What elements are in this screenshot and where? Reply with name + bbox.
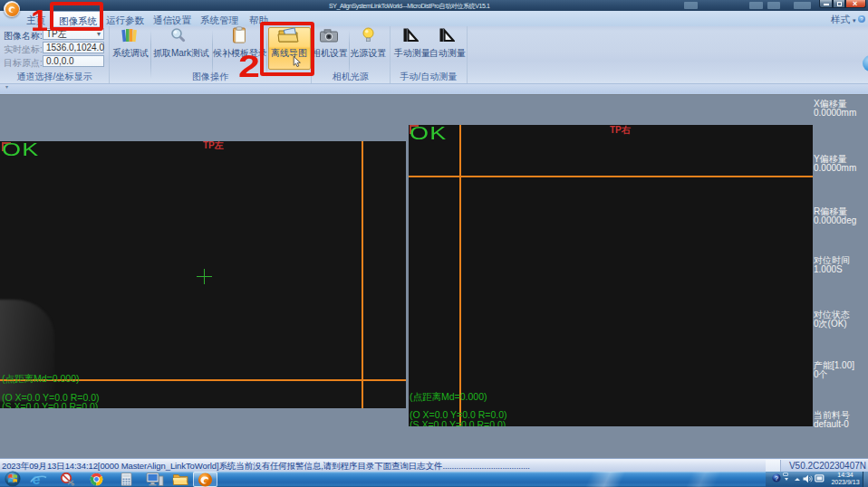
svg-text:?: ? xyxy=(775,475,778,482)
